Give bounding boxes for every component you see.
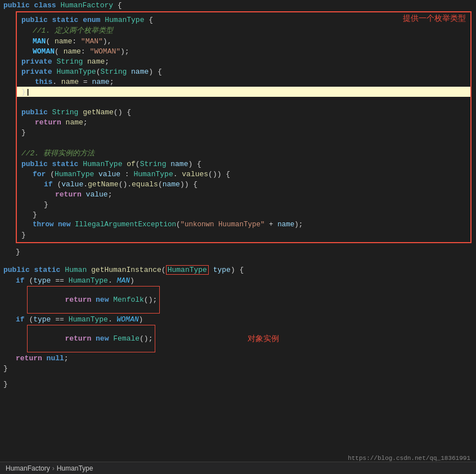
return-menfolk-line: return new Menfolk(); xyxy=(0,285,476,314)
breadcrumb-item-2[interactable]: HumanType xyxy=(57,464,93,472)
getname-close: } xyxy=(17,127,470,137)
return-menfolk-box: return new Menfolk(); xyxy=(27,286,160,314)
outer-close-brace: } xyxy=(0,379,476,389)
of-method-decl: public static HumanType of(String name) … xyxy=(17,159,470,169)
outer-class-line: public class HumanFactory { xyxy=(0,0,476,10)
url-text: https://blog.csdn.net/qq_18361991 xyxy=(348,455,470,462)
breadcrumb-separator: › xyxy=(52,464,55,472)
instance-annotation: 对象实例 xyxy=(248,334,279,344)
blank-4 xyxy=(0,373,476,379)
return-null-line: return null; xyxy=(0,353,476,363)
return-female-box: return new Female(); xyxy=(27,325,155,352)
page-wrapper: public class HumanFactory { 提供一个枚举类型 pub… xyxy=(0,0,476,474)
blank-1 xyxy=(17,97,470,107)
blank-2 xyxy=(17,137,470,147)
breadcrumb-bar: HumanFactory › HumanType xyxy=(0,462,476,474)
private-name-field: private String name; xyxy=(17,56,470,66)
if-close-brace: } xyxy=(17,199,470,209)
this-name-line: this. name = name; xyxy=(17,77,470,87)
man-enum-line: MAN( name: "MAN"), xyxy=(17,36,470,46)
if-woman-line: if (type == HumanType. WOMAN) xyxy=(0,314,476,324)
class-name: HumanFactory xyxy=(60,1,117,10)
return-value-line: return value; xyxy=(17,189,470,199)
enum-annotation: 提供一个枚举类型 xyxy=(403,14,466,24)
breadcrumb-item-1[interactable]: HumanFactory xyxy=(6,464,50,472)
getname-decl: public String getName() { xyxy=(17,107,470,117)
if-man-line: if (type == HumanType. MAN) xyxy=(0,275,476,285)
woman-enum-line: WOMAN( name: "WOMAN"); xyxy=(17,46,470,56)
return-name-line: return name; xyxy=(17,117,470,127)
comment-line-2: //2. 获得实例的方法 xyxy=(17,147,470,159)
enum-section-box: 提供一个枚举类型 public static enum HumanType { … xyxy=(16,11,471,243)
humantype-param-box: HumanType xyxy=(166,265,209,275)
keyword-class: class xyxy=(34,1,61,10)
comment-line-1: //1. 定义两个枚举类型 xyxy=(17,25,470,36)
outer-section-close: } xyxy=(0,247,476,257)
constructor-line: private HumanType(String name) { xyxy=(17,66,470,77)
throw-line: throw new IllegalArgumentException("unko… xyxy=(17,220,470,230)
for-loop-line: for (HumanType value : HumanType. values… xyxy=(17,169,470,179)
keyword-public: public xyxy=(3,1,34,10)
of-close-brace: } xyxy=(17,230,470,240)
if-getname-line: if (value.getName().equals(name)) { xyxy=(17,179,470,189)
blank-3 xyxy=(0,257,476,265)
return-female-line: return new Female(); 对象实例 xyxy=(0,324,476,353)
code-area: public class HumanFactory { 提供一个枚举类型 pub… xyxy=(0,0,476,450)
method-close-brace: } xyxy=(0,363,476,373)
constructor-close-line: }| xyxy=(17,87,470,97)
for-close-brace: } xyxy=(17,209,470,220)
open-brace: { xyxy=(118,1,122,10)
get-human-instance-line: public static Human getHumanInstance(Hum… xyxy=(0,265,476,275)
